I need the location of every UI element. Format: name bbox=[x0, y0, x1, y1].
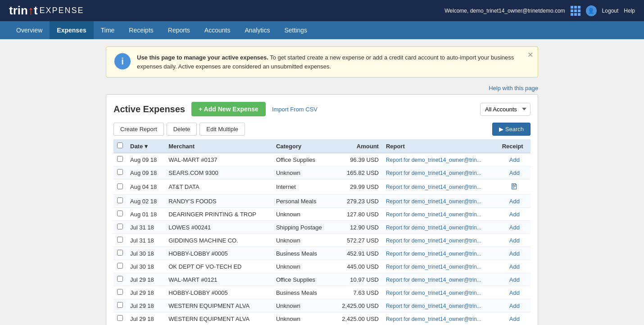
row-checkbox[interactable] bbox=[117, 289, 123, 295]
cell-date: Jul 30 18 bbox=[127, 260, 165, 273]
cell-date: Jul 29 18 bbox=[127, 286, 165, 299]
cell-category: Unknown bbox=[272, 312, 333, 325]
help-with-page-link[interactable]: Help with this page bbox=[489, 85, 538, 92]
add-receipt-link[interactable]: Add bbox=[509, 211, 520, 218]
cell-report: Report for demo_trinet14_owner@trin... bbox=[382, 208, 499, 221]
accounts-dropdown[interactable]: All Accounts bbox=[480, 103, 531, 116]
add-receipt-link[interactable]: Add bbox=[509, 276, 520, 283]
report-link[interactable]: Report for demo_trinet14_owner@trin... bbox=[386, 277, 481, 283]
row-checkbox[interactable] bbox=[117, 302, 123, 308]
row-checkbox[interactable] bbox=[117, 211, 123, 216]
import-csv-link[interactable]: Import From CSV bbox=[272, 106, 317, 113]
row-checkbox[interactable] bbox=[117, 263, 123, 269]
cell-date: Aug 09 18 bbox=[127, 153, 165, 166]
add-receipt-link[interactable]: Add bbox=[509, 263, 520, 270]
report-link[interactable]: Report for demo_trinet14_owner@trin... bbox=[386, 211, 481, 218]
nav-time[interactable]: Time bbox=[94, 21, 122, 39]
cell-category: Internet bbox=[272, 179, 333, 195]
table-row: Aug 09 18 SEARS.COM 9300 Unknown 165.82 … bbox=[113, 166, 531, 179]
cell-receipt: Add bbox=[499, 260, 531, 273]
logout-link[interactable]: Logout bbox=[602, 8, 619, 14]
search-button[interactable]: ▶ Search bbox=[492, 123, 531, 136]
cell-receipt: Add bbox=[499, 299, 531, 312]
row-checkbox[interactable] bbox=[117, 250, 123, 256]
table-row: Jul 29 18 WESTERN EQUIPMENT ALVA Unknown… bbox=[113, 299, 531, 312]
add-receipt-link[interactable]: Add bbox=[509, 302, 520, 309]
cell-date: Aug 04 18 bbox=[127, 179, 165, 195]
search-icon: ▶ bbox=[499, 126, 503, 133]
main-nav: Overview Expenses Time Receipts Reports … bbox=[0, 21, 644, 39]
nav-expenses[interactable]: Expenses bbox=[50, 21, 93, 39]
cell-merchant: DEARINGER PRINTING & TROP bbox=[165, 208, 272, 221]
add-receipt-link[interactable]: Add bbox=[509, 237, 520, 244]
cell-date: Jul 31 18 bbox=[127, 221, 165, 234]
row-checkbox[interactable] bbox=[117, 156, 123, 162]
report-link[interactable]: Report for demo_trinet14_owner@trin... bbox=[386, 264, 481, 270]
close-banner-button[interactable]: ✕ bbox=[527, 50, 533, 59]
row-checkbox[interactable] bbox=[117, 224, 123, 229]
add-receipt-link[interactable]: Add bbox=[509, 289, 520, 296]
row-checkbox[interactable] bbox=[117, 276, 123, 282]
row-checkbox[interactable] bbox=[117, 315, 123, 321]
cell-receipt: Add bbox=[499, 195, 531, 208]
banner-strong: Use this page to manage your active expe… bbox=[137, 54, 268, 61]
cell-category: Personal Meals bbox=[272, 195, 333, 208]
cell-amount: 2,425.00 USD bbox=[332, 312, 382, 325]
cell-date: Aug 02 18 bbox=[127, 195, 165, 208]
nav-overview[interactable]: Overview bbox=[9, 21, 50, 39]
user-icon[interactable]: 👤 bbox=[586, 5, 597, 16]
cell-category: Shipping Postage bbox=[272, 221, 333, 234]
row-checkbox[interactable] bbox=[117, 183, 123, 189]
report-link[interactable]: Report for demo_trinet14_owner@trin... bbox=[386, 303, 481, 309]
cell-date: Jul 29 18 bbox=[127, 273, 165, 286]
add-receipt-link[interactable]: Add bbox=[509, 156, 520, 163]
edit-multiple-button[interactable]: Edit Multiple bbox=[200, 123, 245, 136]
row-checkbox[interactable] bbox=[117, 169, 123, 175]
cell-date: Aug 09 18 bbox=[127, 166, 165, 179]
table-row: Aug 04 18 AT&T DATA Internet 29.99 USD R… bbox=[113, 179, 531, 195]
cell-amount: 165.82 USD bbox=[332, 166, 382, 179]
nav-settings[interactable]: Settings bbox=[277, 21, 314, 39]
cell-report: Report for demo_trinet14_owner@trin... bbox=[382, 195, 499, 208]
cell-category: Unknown bbox=[272, 260, 333, 273]
cell-date: Jul 29 18 bbox=[127, 312, 165, 325]
add-receipt-link[interactable]: Add bbox=[509, 250, 520, 257]
add-receipt-link[interactable]: Add bbox=[509, 224, 520, 231]
cell-amount: 445.00 USD bbox=[332, 260, 382, 273]
add-new-expense-button[interactable]: + Add New Expense bbox=[191, 102, 266, 116]
row-checkbox[interactable] bbox=[117, 197, 123, 203]
row-checkbox[interactable] bbox=[117, 237, 123, 243]
cell-category: Office Supplies bbox=[272, 273, 333, 286]
cell-report: Report for demo_trinet14_owner@trin... bbox=[382, 299, 499, 312]
report-link[interactable]: Report for demo_trinet14_owner@trin... bbox=[386, 251, 481, 257]
report-link[interactable]: Report for demo_trinet14_owner@trin... bbox=[386, 290, 481, 296]
info-icon: i bbox=[114, 53, 131, 69]
select-all-checkbox[interactable] bbox=[117, 142, 123, 148]
cell-receipt: Add bbox=[499, 153, 531, 166]
nav-analytics[interactable]: Analytics bbox=[237, 21, 277, 39]
report-link[interactable]: Report for demo_trinet14_owner@trin... bbox=[386, 224, 481, 231]
help-link-header[interactable]: Help bbox=[624, 8, 635, 14]
report-link[interactable]: Report for demo_trinet14_owner@trin... bbox=[386, 184, 481, 190]
info-banner: i Use this page to manage your active ex… bbox=[106, 46, 538, 78]
report-link[interactable]: Report for demo_trinet14_owner@trin... bbox=[386, 316, 481, 322]
nav-receipts[interactable]: Receipts bbox=[122, 21, 160, 39]
delete-button[interactable]: Delete bbox=[167, 123, 197, 136]
cell-report: Report for demo_trinet14_owner@trin... bbox=[382, 153, 499, 166]
table-row: Jul 29 18 WAL-MART #0121 Office Supplies… bbox=[113, 273, 531, 286]
nav-accounts[interactable]: Accounts bbox=[197, 21, 238, 39]
logo: trin↑t EXPENSE bbox=[9, 4, 84, 18]
report-link[interactable]: Report for demo_trinet14_owner@trin... bbox=[386, 157, 481, 163]
add-receipt-link[interactable]: Add bbox=[509, 316, 520, 322]
report-link[interactable]: Report for demo_trinet14_owner@trin... bbox=[386, 238, 481, 244]
cell-merchant: WESTERN EQUIPMENT ALVA bbox=[165, 299, 272, 312]
cell-date: Jul 30 18 bbox=[127, 247, 165, 260]
create-report-button[interactable]: Create Report bbox=[113, 123, 164, 136]
report-link[interactable]: Report for demo_trinet14_owner@trin... bbox=[386, 198, 481, 205]
add-receipt-link[interactable]: Add bbox=[509, 198, 520, 205]
report-link[interactable]: Report for demo_trinet14_owner@trin... bbox=[386, 170, 481, 176]
col-date: Date ▾ bbox=[127, 139, 165, 153]
nav-reports[interactable]: Reports bbox=[161, 21, 197, 39]
apps-icon[interactable] bbox=[571, 6, 581, 16]
add-receipt-link[interactable]: Add bbox=[509, 169, 520, 176]
